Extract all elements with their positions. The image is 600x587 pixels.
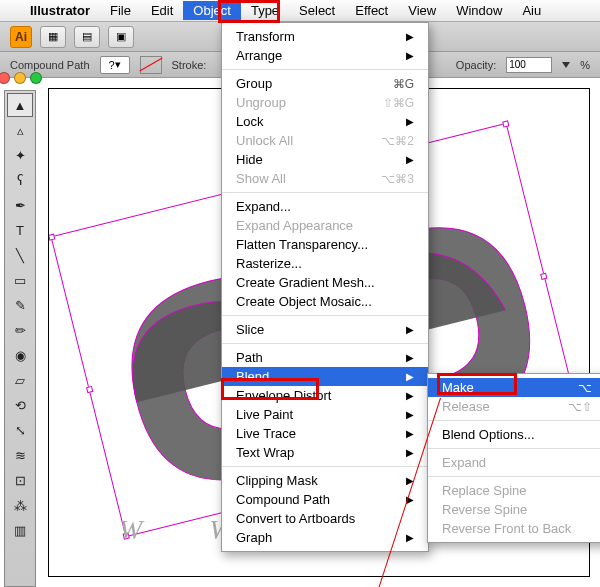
zoom-icon[interactable]	[30, 72, 42, 84]
percent-label: %	[580, 59, 590, 71]
menu-separator	[222, 343, 428, 344]
menu-item-label: Text Wrap	[236, 445, 294, 460]
handle-icon[interactable]	[502, 120, 509, 127]
object-menu-item[interactable]: Compound Path▶	[222, 490, 428, 509]
object-menu-item[interactable]: Arrange▶	[222, 46, 428, 65]
selection-tool[interactable]: ▲	[7, 93, 33, 117]
object-menu-item: Ungroup⇧⌘G	[222, 93, 428, 112]
paintbrush-tool[interactable]: ✎	[7, 293, 33, 317]
rotate-tool[interactable]: ⟲	[7, 393, 33, 417]
object-menu-item[interactable]: Envelope Distort▶	[222, 386, 428, 405]
scale-tool[interactable]: ⤡	[7, 418, 33, 442]
eraser-tool[interactable]: ▱	[7, 368, 33, 392]
object-menu-item[interactable]: Create Object Mosaic...	[222, 292, 428, 311]
bridge-button[interactable]: ▦	[40, 26, 66, 48]
menu-effect[interactable]: Effect	[345, 1, 398, 20]
menu-item-label: Convert to Artboards	[236, 511, 355, 526]
menu-item-label: Path	[236, 350, 263, 365]
object-menu-item[interactable]: Lock▶	[222, 112, 428, 131]
menu-app[interactable]: Illustrator	[20, 1, 100, 20]
menu-type[interactable]: Type	[241, 1, 289, 20]
menu-item-label: Lock	[236, 114, 263, 129]
menu-item-label: Live Trace	[236, 426, 296, 441]
lasso-tool[interactable]: ʕ	[7, 168, 33, 192]
object-menu-item[interactable]: Path▶	[222, 348, 428, 367]
submenu-arrow-icon: ▶	[406, 428, 414, 439]
menu-separator	[222, 466, 428, 467]
arrange-docs-button[interactable]: ▤	[74, 26, 100, 48]
menu-item-label: Arrange	[236, 48, 282, 63]
pen-tool[interactable]: ✒	[7, 193, 33, 217]
menu-separator	[428, 420, 600, 421]
ai-logo-icon: Ai	[10, 26, 32, 48]
object-menu-item[interactable]: Convert to Artboards	[222, 509, 428, 528]
menu-item-label: Create Object Mosaic...	[236, 294, 372, 309]
object-menu-item[interactable]: Create Gradient Mesh...	[222, 273, 428, 292]
pencil-tool[interactable]: ✏	[7, 318, 33, 342]
shortcut-label: ⇧⌘G	[383, 96, 414, 110]
type-tool[interactable]: T	[7, 218, 33, 242]
symbol-sprayer-tool[interactable]: ⁂	[7, 493, 33, 517]
menu-item-label: Ungroup	[236, 95, 286, 110]
shortcut-label: ⌘G	[393, 77, 414, 91]
opacity-dropdown-icon[interactable]	[562, 62, 570, 68]
object-menu-item[interactable]: Expand...	[222, 197, 428, 216]
menu-item-label: Expand	[442, 455, 486, 470]
object-menu-item[interactable]: Transform▶	[222, 27, 428, 46]
menu-view[interactable]: View	[398, 1, 446, 20]
object-menu-item[interactable]: Blend▶	[222, 367, 428, 386]
blend-menu-item[interactable]: Blend Options...	[428, 425, 600, 444]
blend-menu-item[interactable]: Make⌥	[428, 378, 600, 397]
blob-brush-tool[interactable]: ◉	[7, 343, 33, 367]
close-icon[interactable]	[0, 72, 10, 84]
line-tool[interactable]: ╲	[7, 243, 33, 267]
menu-item-label: Make	[442, 380, 474, 395]
object-menu-item: Expand Appearance	[222, 216, 428, 235]
menu-separator	[222, 315, 428, 316]
object-menu-item[interactable]: Rasterize...	[222, 254, 428, 273]
minimize-icon[interactable]	[14, 72, 26, 84]
object-menu-item[interactable]: Flatten Transparency...	[222, 235, 428, 254]
menu-object[interactable]: Object	[183, 1, 241, 20]
object-menu-item[interactable]: Clipping Mask▶	[222, 471, 428, 490]
object-menu-item[interactable]: Hide▶	[222, 150, 428, 169]
appearance-button[interactable]: ?▾	[100, 56, 130, 74]
submenu-arrow-icon: ▶	[406, 324, 414, 335]
menu-select[interactable]: Select	[289, 1, 345, 20]
direct-selection-tool[interactable]: ▵	[7, 118, 33, 142]
free-transform-tool[interactable]: ⊡	[7, 468, 33, 492]
object-menu-item[interactable]: Text Wrap▶	[222, 443, 428, 462]
blend-menu-item: Reverse Spine	[428, 500, 600, 519]
macos-menubar: Illustrator File Edit Object Type Select…	[0, 0, 600, 22]
menu-aiu[interactable]: Aiu	[512, 1, 551, 20]
submenu-arrow-icon: ▶	[406, 390, 414, 401]
graph-tool[interactable]: ▥	[7, 518, 33, 542]
warp-tool[interactable]: ≋	[7, 443, 33, 467]
object-menu-item[interactable]: Live Paint▶	[222, 405, 428, 424]
no-stroke-icon[interactable]	[140, 56, 162, 74]
object-menu-item[interactable]: Group⌘G	[222, 74, 428, 93]
blend-menu-item: Replace Spine	[428, 481, 600, 500]
shortcut-label: ⌥⇧	[568, 400, 592, 414]
menu-item-label: Blend Options...	[442, 427, 535, 442]
rectangle-tool[interactable]: ▭	[7, 268, 33, 292]
menu-item-label: Expand...	[236, 199, 291, 214]
menu-separator	[222, 192, 428, 193]
object-menu-item[interactable]: Live Trace▶	[222, 424, 428, 443]
menu-window[interactable]: Window	[446, 1, 512, 20]
screen-mode-button[interactable]: ▣	[108, 26, 134, 48]
menu-item-label: Blend	[236, 369, 269, 384]
magic-wand-tool[interactable]: ✦	[7, 143, 33, 167]
shortcut-label: ⌥⌘3	[381, 172, 414, 186]
menu-separator	[222, 69, 428, 70]
object-menu-item[interactable]: Slice▶	[222, 320, 428, 339]
menu-edit[interactable]: Edit	[141, 1, 183, 20]
stroke-label: Stroke:	[172, 59, 207, 71]
object-dropdown-menu: Transform▶Arrange▶Group⌘GUngroup⇧⌘GLock▶…	[221, 22, 429, 552]
menu-item-label: Reverse Front to Back	[442, 521, 571, 536]
menu-file[interactable]: File	[100, 1, 141, 20]
opacity-label: Opacity:	[456, 59, 496, 71]
handle-icon[interactable]	[540, 273, 547, 280]
menu-item-label: Replace Spine	[442, 483, 527, 498]
opacity-input[interactable]	[506, 57, 552, 73]
